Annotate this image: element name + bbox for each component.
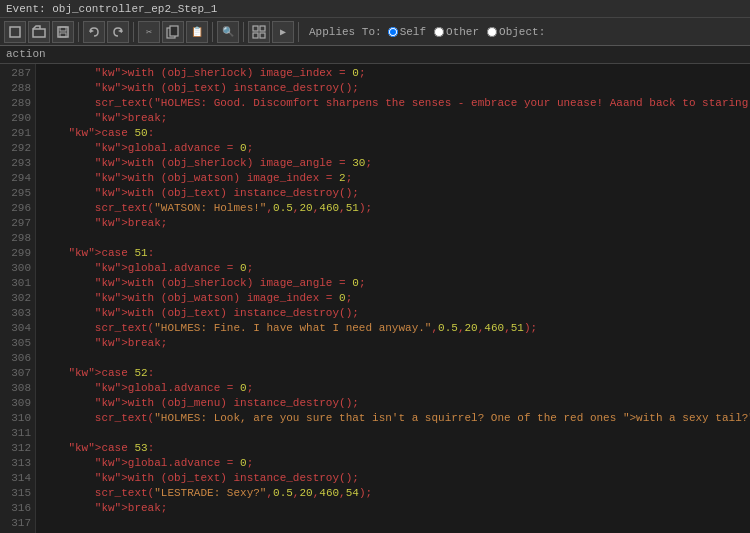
- code-line: "kw">with (obj_watson) image_index = 0;: [42, 291, 744, 306]
- svg-rect-9: [253, 26, 258, 31]
- code-line: "kw">global.advance = 0;: [42, 261, 744, 276]
- code-line: "kw">with (obj_menu) instance_destroy();: [42, 396, 744, 411]
- line-number: 292: [4, 141, 31, 156]
- code-line: "kw">case 52:: [42, 366, 744, 381]
- radio-self[interactable]: Self: [388, 26, 426, 38]
- separator-5: [298, 22, 299, 42]
- action-label: action: [6, 48, 46, 60]
- line-number: 300: [4, 261, 31, 276]
- code-line: "kw">with (obj_sherlock) image_index = 0…: [42, 66, 744, 81]
- svg-rect-10: [260, 26, 265, 31]
- svg-rect-12: [260, 33, 265, 38]
- toolbar-search-btn[interactable]: 🔍: [217, 21, 239, 43]
- toolbar-grid-btn[interactable]: [248, 21, 270, 43]
- line-number: 296: [4, 201, 31, 216]
- code-line: "kw">global.advance = 0;: [42, 456, 744, 471]
- line-number: 298: [4, 231, 31, 246]
- line-number: 313: [4, 456, 31, 471]
- action-bar: action: [0, 46, 750, 64]
- code-line: [42, 231, 744, 246]
- code-line: "kw">with (obj_text) instance_destroy();: [42, 471, 744, 486]
- toolbar-open-btn[interactable]: [28, 21, 50, 43]
- line-number: 291: [4, 126, 31, 141]
- line-number: 310: [4, 411, 31, 426]
- line-number: 317: [4, 516, 31, 531]
- line-number: 305: [4, 336, 31, 351]
- line-number: 311: [4, 426, 31, 441]
- code-line: "kw">break;: [42, 336, 744, 351]
- line-number: 293: [4, 156, 31, 171]
- svg-marker-5: [90, 29, 94, 33]
- separator-2: [133, 22, 134, 42]
- line-number: 307: [4, 366, 31, 381]
- code-line: "kw">case 53:: [42, 441, 744, 456]
- code-line: "kw">case 50:: [42, 126, 744, 141]
- toolbar-new-btn[interactable]: [4, 21, 26, 43]
- code-line: scr_text("HOLMES: Good. Discomfort sharp…: [42, 96, 744, 111]
- code-line: "kw">with (obj_sherlock) image_angle = 0…: [42, 276, 744, 291]
- svg-rect-1: [33, 29, 45, 37]
- svg-rect-0: [10, 27, 20, 37]
- radio-object[interactable]: Object:: [487, 26, 545, 38]
- toolbar-save-btn[interactable]: [52, 21, 74, 43]
- svg-rect-11: [253, 33, 258, 38]
- code-line: "kw">with (obj_watson) image_index = 2;: [42, 171, 744, 186]
- svg-rect-8: [170, 26, 178, 36]
- applies-label: Applies To:: [309, 26, 382, 38]
- line-number: 308: [4, 381, 31, 396]
- line-number: 304: [4, 321, 31, 336]
- code-line: "kw">with (obj_text) instance_destroy();: [42, 81, 744, 96]
- radio-other[interactable]: Other: [434, 26, 479, 38]
- line-number: 290: [4, 111, 31, 126]
- toolbar-copy-btn[interactable]: [162, 21, 184, 43]
- line-number: 306: [4, 351, 31, 366]
- code-line: scr_text("LESTRADE: Sexy?",0.5,20,460,54…: [42, 486, 744, 501]
- code-line: "kw">with (obj_sherlock) image_angle = 3…: [42, 156, 744, 171]
- line-number: 314: [4, 471, 31, 486]
- line-number: 289: [4, 96, 31, 111]
- code-line: "kw">global.advance = 0;: [42, 141, 744, 156]
- toolbar-redo-btn[interactable]: [107, 21, 129, 43]
- line-number: 295: [4, 186, 31, 201]
- line-number: 312: [4, 441, 31, 456]
- line-number: 288: [4, 81, 31, 96]
- code-line: "kw">break;: [42, 111, 744, 126]
- code-line: "kw">break;: [42, 216, 744, 231]
- applies-radio-group: Self Other Object:: [388, 26, 546, 38]
- separator-1: [78, 22, 79, 42]
- line-number: 303: [4, 306, 31, 321]
- line-number: 309: [4, 396, 31, 411]
- separator-4: [243, 22, 244, 42]
- line-number: 316: [4, 501, 31, 516]
- code-line: "kw">break;: [42, 501, 744, 516]
- code-line: "kw">with (obj_text) instance_destroy();: [42, 306, 744, 321]
- line-numbers: 2872882892902912922932942952962972982993…: [0, 64, 36, 533]
- svg-marker-6: [118, 29, 122, 33]
- code-line: scr_text("HOLMES: Fine. I have what I ne…: [42, 321, 744, 336]
- line-number: 287: [4, 66, 31, 81]
- line-number: 315: [4, 486, 31, 501]
- code-line: "kw">global.advance = 0;: [42, 381, 744, 396]
- code-line: [42, 351, 744, 366]
- line-number: 294: [4, 171, 31, 186]
- window-title: Event: obj_controller_ep2_Step_1: [6, 3, 217, 15]
- toolbar-play-btn[interactable]: ▶: [272, 21, 294, 43]
- line-number: 297: [4, 216, 31, 231]
- line-number: 299: [4, 246, 31, 261]
- line-number: 302: [4, 291, 31, 306]
- title-bar: Event: obj_controller_ep2_Step_1: [0, 0, 750, 18]
- code-content[interactable]: "kw">with (obj_sherlock) image_index = 0…: [36, 64, 750, 533]
- line-number: 301: [4, 276, 31, 291]
- code-area[interactable]: 2872882892902912922932942952962972982993…: [0, 64, 750, 533]
- code-line: "kw">case 51:: [42, 246, 744, 261]
- code-line: "kw">with (obj_text) instance_destroy();: [42, 186, 744, 201]
- toolbar: ✂ 📋 🔍 ▶ Applies To: Self Other Object:: [0, 18, 750, 46]
- separator-3: [212, 22, 213, 42]
- code-line: [42, 516, 744, 531]
- code-line: [42, 426, 744, 441]
- toolbar-undo-btn[interactable]: [83, 21, 105, 43]
- code-line: scr_text("WATSON: Holmes!",0.5,20,460,51…: [42, 201, 744, 216]
- code-line: scr_text("HOLMES: Look, are you sure tha…: [42, 411, 744, 426]
- toolbar-cut-btn[interactable]: ✂: [138, 21, 160, 43]
- toolbar-paste-btn[interactable]: 📋: [186, 21, 208, 43]
